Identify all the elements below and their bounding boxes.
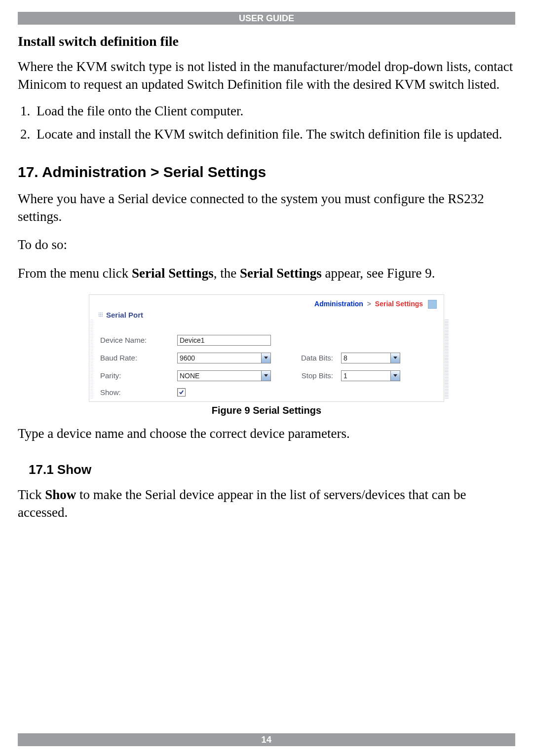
panel-title-icon: [98, 312, 103, 317]
label-device-name: Device Name:: [100, 336, 169, 344]
device-name-input[interactable]: [177, 335, 271, 346]
label-stop-bits: Stop Bits:: [279, 371, 333, 380]
label-show: Show:: [100, 388, 169, 396]
para-type-device: Type a device name and choose the correc…: [18, 425, 515, 443]
doc-header-band: USER GUIDE: [18, 12, 515, 25]
data-bits-dropdown-button[interactable]: [390, 353, 400, 363]
doc-footer-band: 14: [18, 733, 515, 746]
breadcrumb-serial-settings[interactable]: Serial Settings: [375, 300, 423, 308]
para-17-1-prefix: Tick: [18, 487, 45, 502]
stop-bits-dropdown-button[interactable]: [390, 371, 400, 381]
heading-section-17: 17. Administration > Serial Settings: [18, 164, 515, 180]
serial-form: Device Name: Baud Rate: 9600 Data Bits: …: [98, 325, 437, 396]
stop-bits-value: 1: [342, 371, 390, 381]
panel-title-text: Serial Port: [106, 311, 143, 319]
label-data-bits: Data Bits:: [279, 354, 333, 362]
panel-scroll-hint-right: [445, 320, 449, 398]
para-17-1-suffix: to make the Serial device appear in the …: [18, 487, 466, 520]
show-checkbox[interactable]: [177, 388, 186, 396]
bold-show: Show: [45, 487, 76, 502]
para-from-menu-suffix: appear, see Figure 9.: [322, 266, 435, 281]
breadcrumb-separator: >: [367, 300, 371, 308]
label-baud-rate: Baud Rate:: [100, 354, 169, 362]
doc-header-text: USER GUIDE: [239, 13, 294, 23]
para-from-menu-prefix: From the menu click: [18, 266, 132, 281]
label-parity: Parity:: [100, 371, 169, 380]
para-17-1: Tick Show to make the Serial device appe…: [18, 486, 515, 521]
baud-rate-value: 9600: [178, 353, 261, 363]
checkmark-icon: [179, 390, 184, 395]
step-1: Load the file onto the Client computer.: [34, 102, 515, 120]
bold-serial-settings-2: Serial Settings: [240, 266, 322, 281]
para-section-17-intro: Where you have a Serial device connected…: [18, 190, 515, 225]
step-2: Locate and install the KVM switch defini…: [34, 125, 515, 143]
para-from-menu-mid: , the: [214, 266, 240, 281]
bold-serial-settings-1: Serial Settings: [132, 266, 214, 281]
data-bits-value: 8: [342, 353, 390, 363]
stop-bits-select[interactable]: 1: [341, 370, 400, 381]
ordered-steps-install: Load the file onto the Client computer. …: [18, 102, 515, 148]
data-bits-select[interactable]: 8: [341, 353, 400, 363]
figure-9-container: Administration > Serial Settings Serial …: [89, 294, 444, 421]
heading-17-1: 17.1 Show: [29, 462, 515, 477]
breadcrumb: Administration > Serial Settings: [98, 299, 437, 311]
baud-rate-dropdown-button[interactable]: [261, 353, 270, 363]
breadcrumb-admin[interactable]: Administration: [314, 300, 363, 308]
breadcrumb-status-icon: [428, 300, 437, 309]
serial-settings-panel: Administration > Serial Settings Serial …: [89, 294, 444, 402]
parity-dropdown-button[interactable]: [261, 371, 270, 381]
figure-9-caption: Figure 9 Serial Settings: [89, 405, 444, 416]
chevron-down-icon: [264, 374, 268, 377]
para-to-do-so: To do so:: [18, 236, 515, 254]
para-from-menu: From the menu click Serial Settings, the…: [18, 265, 515, 283]
heading-install-switch-def: Install switch definition file: [18, 34, 515, 49]
baud-rate-select[interactable]: 9600: [177, 353, 271, 363]
chevron-down-icon: [393, 374, 397, 377]
chevron-down-icon: [393, 357, 397, 359]
parity-value: NONE: [178, 371, 261, 381]
page-number: 14: [261, 735, 271, 745]
para-install-switch-def: Where the KVM switch type is not listed …: [18, 58, 515, 93]
panel-title: Serial Port: [98, 311, 437, 319]
panel-scroll-hint-left: [90, 320, 93, 398]
parity-select[interactable]: NONE: [177, 370, 271, 381]
chevron-down-icon: [264, 357, 268, 359]
